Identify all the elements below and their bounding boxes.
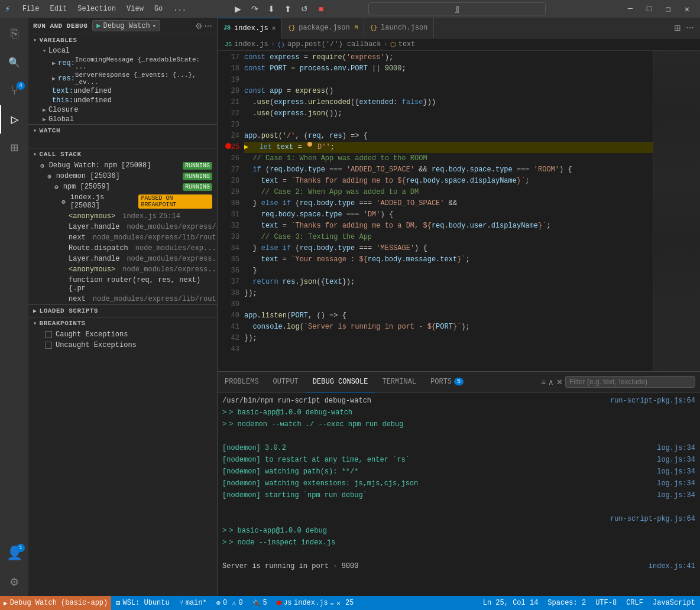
stack-next-2[interactable]: next node_modules/express/lib/rout... — [28, 294, 217, 304]
sidebar-item-extensions[interactable]: ⊞ — [0, 134, 28, 162]
stack-route-dispatch[interactable]: Route.dispatch node_modules/exp... — [28, 243, 217, 254]
tab-output[interactable]: OUTPUT — [266, 372, 306, 392]
console-link-8[interactable]: log.js:34 — [657, 489, 695, 501]
status-errors[interactable]: ⊗ 0 ⚠ 0 — [212, 596, 248, 610]
breakpoints-header[interactable]: ▾ BREAKPOINTS — [28, 317, 217, 329]
status-ports[interactable]: 🔌 5 — [248, 596, 272, 610]
stack-nodemon[interactable]: ⚙ nodemon [25036] RUNNING — [28, 171, 217, 181]
stack-npm-25059[interactable]: ⚙ npm [25059] RUNNING — [28, 181, 217, 192]
stack-anonymous[interactable]: <anonymous> index.js 25:14 — [28, 211, 217, 222]
code-content[interactable]: const express = require('express'); cons… — [244, 51, 653, 371]
sidebar-item-debug[interactable]: ▷ — [0, 105, 28, 134]
menu-view[interactable]: View — [122, 4, 148, 14]
caught-exceptions-checkbox[interactable] — [45, 331, 52, 338]
callstack-header[interactable]: ▾ CALL STACK — [28, 148, 217, 160]
step-over-button[interactable]: ↷ — [248, 2, 262, 16]
sidebar-item-search[interactable]: 🔍 — [0, 48, 28, 77]
console-link-7[interactable]: log.js:34 — [657, 478, 695, 489]
close-icon-status[interactable]: ✕ — [336, 599, 341, 607]
menu-go[interactable]: Go — [150, 4, 167, 14]
status-breakpoint-dot — [277, 601, 281, 605]
code-editor[interactable]: 171819 202122 2324 25 262728 293031 3233… — [218, 51, 700, 371]
status-line-ending[interactable]: CRLF — [621, 596, 648, 610]
minimize-button[interactable]: ─ — [622, 3, 639, 15]
restore-button[interactable]: ❐ — [660, 3, 676, 15]
bc-file[interactable]: index.js — [234, 40, 268, 48]
status-wsl[interactable]: ⊞ WSL: Ubuntu — [111, 596, 174, 610]
req-var[interactable]: ▶ req: IncomingMessage {_readableState: … — [28, 56, 217, 71]
stack-layer-handle[interactable]: Layer.handle node_modules/express/lib/ro… — [28, 222, 217, 232]
continue-button[interactable]: ▶ — [231, 2, 245, 16]
status-position[interactable]: Ln 25, Col 14 — [478, 596, 543, 610]
menu-more[interactable]: ... — [168, 4, 191, 14]
split-editor-button[interactable]: ⊞ — [673, 22, 682, 34]
menu-file[interactable]: File — [18, 4, 44, 14]
caught-exceptions-item[interactable]: Caught Exceptions — [28, 329, 217, 340]
panel-filter-input[interactable] — [565, 376, 695, 388]
search-input[interactable] — [369, 5, 545, 13]
tab-problems[interactable]: PROBLEMS — [218, 372, 266, 392]
tab-index-close[interactable]: ✕ — [272, 24, 276, 32]
step-out-button[interactable]: ⬆ — [281, 2, 295, 16]
menu-selection[interactable]: Selection — [73, 4, 121, 14]
tab-launch-json[interactable]: {} launch.json — [364, 18, 434, 38]
more-actions-button[interactable]: ⋯ — [685, 22, 695, 34]
global-group[interactable]: ▶ Global — [28, 115, 217, 124]
stop-button[interactable]: ■ — [314, 2, 328, 16]
debug-status-bar[interactable]: ▶ Debug Watch (basic-app) — [0, 596, 111, 610]
menu-edit[interactable]: Edit — [45, 4, 72, 14]
console-link-0[interactable]: run-script-pkg.js:64 — [610, 395, 695, 407]
console-server-link[interactable]: index.js:41 — [649, 560, 695, 572]
code-line-28: text = `Thanks for adding me to ${req.bo… — [244, 176, 653, 187]
tab-package-json[interactable]: {} package.json M — [282, 18, 364, 38]
uncaught-exceptions-item[interactable]: Uncaught Exceptions — [28, 340, 217, 351]
maximize-button[interactable]: □ — [641, 3, 657, 15]
local-group[interactable]: ▾ Local — [28, 46, 217, 56]
close-button[interactable]: ✕ — [679, 3, 695, 15]
debug-console-content[interactable]: /usr/bin/npm run-script debug-watch run-… — [218, 392, 700, 596]
stack-anonymous-2[interactable]: <anonymous> node_modules/express... — [28, 264, 217, 275]
loaded-scripts-header[interactable]: ▶ LOADED SCRIPTS — [28, 305, 217, 317]
sidebar-item-explorer[interactable]: ⎘ — [0, 20, 28, 48]
filter-list-button[interactable]: ≡ — [541, 378, 546, 387]
code-line-18: const PORT = process.env.PORT || 9000; — [244, 63, 653, 74]
title-search[interactable] — [368, 2, 546, 15]
status-encoding[interactable]: UTF-8 — [591, 596, 621, 610]
status-spaces[interactable]: Spaces: 2 — [543, 596, 591, 610]
panel-close-button[interactable]: ✕ — [556, 378, 563, 387]
bc-text[interactable]: text — [398, 40, 416, 48]
caught-exceptions-label: Caught Exceptions — [56, 330, 128, 339]
sidebar-item-settings[interactable]: ⚙ — [0, 567, 28, 596]
variables-header[interactable]: ▾ VARIABLES — [28, 34, 217, 46]
uncaught-exceptions-checkbox[interactable] — [45, 342, 52, 349]
stack-index-25083[interactable]: ⚙ index.js [25083] PAUSED ON BREAKPOINT — [28, 192, 217, 211]
console-link-4[interactable]: log.js:34 — [657, 442, 695, 454]
status-branch[interactable]: ⑂ main* — [174, 596, 212, 610]
stack-layer-handle-2[interactable]: Layer.handle node_modules/express... — [28, 254, 217, 264]
debug-more-button[interactable]: ⋯ — [204, 21, 212, 31]
stack-function-router[interactable]: function router(req, res, next) {.pr — [28, 275, 217, 294]
status-filename[interactable]: index.js — [294, 599, 328, 607]
console-link-5[interactable]: log.js:34 — [657, 454, 695, 466]
sidebar-item-accounts[interactable]: 👤1 — [0, 539, 28, 567]
bc-callback[interactable]: app.post('/') callback — [287, 40, 381, 48]
tab-ports[interactable]: PORTS 5 — [423, 372, 471, 392]
watch-header[interactable]: ▾ WATCH — [28, 125, 217, 137]
sidebar-item-source-control[interactable]: ⑂4 — [0, 77, 28, 105]
text-var[interactable]: text: undefined — [28, 86, 217, 96]
tab-index-js[interactable]: JS index.js ✕ — [218, 18, 282, 38]
this-var[interactable]: this: undefined — [28, 96, 217, 105]
tab-terminal[interactable]: TERMINAL — [375, 372, 423, 392]
tab-debug-console[interactable]: DEBUG CONSOLE — [306, 372, 375, 392]
step-into-button[interactable]: ⬇ — [264, 2, 278, 16]
stack-next[interactable]: next node_modules/express/lib/rout... — [28, 232, 217, 243]
console-run-link[interactable]: run-script-pkg.js:64 — [610, 513, 695, 525]
restart-button[interactable]: ↺ — [297, 2, 312, 16]
stack-npm-25008[interactable]: ⚙ Debug Watch: npm [25008] RUNNING — [28, 160, 217, 171]
status-language[interactable]: JavaScript — [648, 596, 700, 610]
res-var[interactable]: ▶ res: ServerResponse {_events: {...}, _… — [28, 71, 217, 86]
panel-chevron-up[interactable]: ∧ — [548, 378, 554, 387]
closure-group[interactable]: ▶ Closure — [28, 105, 217, 115]
debug-settings-button[interactable]: ⚙ — [195, 21, 203, 31]
console-link-6[interactable]: log.js:34 — [657, 466, 695, 478]
